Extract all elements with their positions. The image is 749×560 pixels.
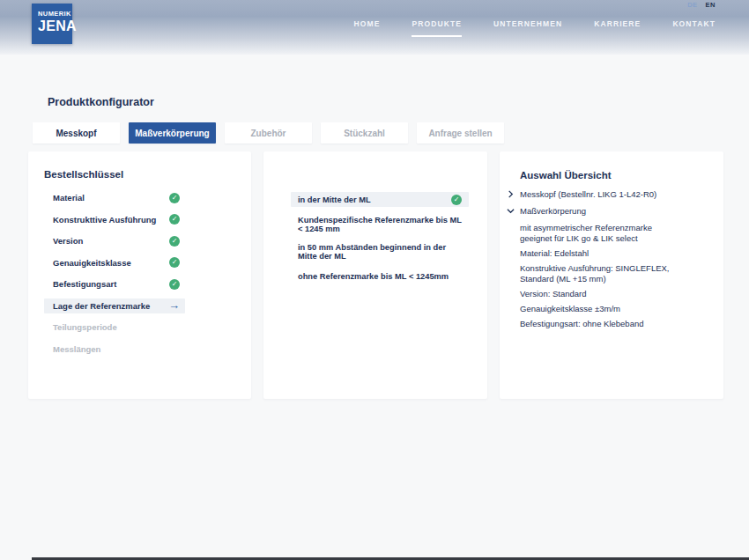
- option-kundenspezifische-referenzmarke[interactable]: Kundenspezifische Referenzmarke bis ML <…: [291, 214, 469, 235]
- tab-massverkoerperung[interactable]: Maßverkörperung: [129, 122, 216, 144]
- nav-item-home[interactable]: HOME: [354, 19, 381, 28]
- check-icon: ✓: [169, 257, 180, 268]
- order-key-item-label: Befestigungsart: [53, 279, 116, 289]
- language-en[interactable]: EN: [706, 1, 716, 9]
- order-key-item-label: Lage der Referenzmarke: [53, 301, 150, 311]
- summary-section-messkopf[interactable]: Messkopf (Bestellnr. LIKG 1-L42-R0): [507, 189, 716, 199]
- option-in-der-mitte-der-ml[interactable]: in der Mitte der ML ✓: [291, 192, 469, 207]
- chevron-down-icon: [507, 207, 515, 215]
- chevron-right-icon: [507, 190, 515, 198]
- option-label: in der Mitte der ML: [298, 195, 371, 204]
- order-key-heading: Bestellschlüssel: [44, 169, 123, 180]
- summary-body: Messkopf (Bestellnr. LIKG 1-L42-R0) Maßv…: [507, 189, 716, 334]
- order-key-panel: Bestellschlüssel Material ✓ Konstrukttiv…: [28, 151, 251, 399]
- order-key-item-label: Version: [53, 236, 83, 246]
- option-label: Kundenspezifische Referenzmarke bis ML <…: [298, 216, 462, 233]
- order-key-item-material[interactable]: Material ✓: [44, 190, 185, 205]
- summary-section-label: Messkopf (Bestellnr. LIKG 1-L42-R0): [520, 189, 656, 199]
- site-header: DE EN HOME PRODUKTE UNTERNEHMEN KARRIERE…: [0, 0, 749, 55]
- order-key-item-teilungsperiode: Teilungsperiode: [44, 320, 185, 335]
- summary-detail-konstruktive-ausfuehrung: Konstruktive Ausführung: SINGLEFLEX, Sta…: [520, 263, 716, 284]
- summary-detail-material: Material: Edelstahl: [520, 248, 716, 259]
- summary-heading: Auswahl Übersicht: [520, 170, 612, 181]
- summary-detail-genauigkeitsklasse: Genauigkeitsklasse ±3m/m: [520, 304, 716, 314]
- options-list: in der Mitte der ML ✓ Kundenspezifische …: [291, 192, 469, 291]
- check-icon: ✓: [169, 236, 180, 247]
- order-key-item-label: Messlängen: [53, 344, 100, 354]
- order-key-item-lage-der-referenzmarke[interactable]: Lage der Referenzmarke →: [44, 298, 185, 313]
- order-key-item-messlaengen: Messlängen: [44, 342, 185, 357]
- check-icon: ✓: [169, 193, 180, 203]
- tab-messkopf[interactable]: Messkopf: [33, 122, 120, 144]
- option-label: in 50 mm Abständen beginnend in der Mitt…: [298, 243, 462, 261]
- summary-detail-referenzmarke: mit asymmetrischer Referenzmarke geeigne…: [520, 223, 716, 244]
- order-key-item-label: Teilungsperiode: [53, 322, 117, 332]
- order-key-item-label: Konstrukttive Ausführung: [53, 215, 156, 225]
- order-key-item-konstruktive-ausfuehrung[interactable]: Konstrukttive Ausführung ✓: [44, 212, 185, 227]
- tab-anfrage-stellen[interactable]: Anfrage stellen: [417, 122, 504, 144]
- check-icon: ✓: [169, 214, 180, 225]
- order-key-item-version[interactable]: Version ✓: [44, 233, 185, 248]
- language-de[interactable]: DE: [687, 1, 697, 9]
- nav-item-kontakt[interactable]: KONTAKT: [672, 19, 716, 28]
- nav-item-karriere[interactable]: KARRIERE: [594, 19, 641, 28]
- order-key-item-label: Material: [53, 193, 85, 203]
- language-switcher: DE EN: [687, 1, 716, 9]
- order-key-item-label: Genauigkeitsklasse: [53, 258, 131, 268]
- summary-section-massverkoerperung[interactable]: Maßverkörperung: [507, 206, 716, 216]
- logo-text-line2: JENA: [38, 18, 72, 34]
- tab-zubehoer[interactable]: Zubehör: [225, 122, 312, 144]
- summary-detail-version: Version: Standard: [520, 289, 716, 299]
- summary-panel: Auswahl Übersicht Messkopf (Bestellnr. L…: [500, 151, 723, 399]
- page-title: Produktkonfigurator: [48, 96, 154, 108]
- check-icon: ✓: [169, 279, 180, 290]
- arrow-right-icon: →: [168, 300, 180, 311]
- order-key-item-genauigkeitsklasse[interactable]: Genauigkeitsklasse ✓: [44, 255, 185, 270]
- tab-stueckzahl[interactable]: Stückzahl: [321, 122, 408, 144]
- order-key-item-befestigungsart[interactable]: Befestigungsart ✓: [44, 276, 185, 291]
- summary-section-label: Maßverkörperung: [520, 206, 586, 216]
- nav-item-unternehmen[interactable]: UNTERNEHMEN: [493, 19, 562, 28]
- option-label: ohne Referenzmarke bis ML < 1245mm: [298, 272, 449, 281]
- option-50mm-abstaende[interactable]: in 50 mm Abständen beginnend in der Mitt…: [291, 241, 469, 262]
- summary-details: mit asymmetrischer Referenzmarke geeigne…: [520, 223, 716, 329]
- nav-item-produkte[interactable]: PRODUKTE: [412, 19, 462, 28]
- company-logo[interactable]: NUMERIK JENA: [32, 4, 72, 44]
- check-icon: ✓: [451, 195, 462, 205]
- order-key-list: Material ✓ Konstrukttive Ausführung ✓ Ve…: [44, 190, 185, 363]
- options-panel: in der Mitte der ML ✓ Kundenspezifische …: [263, 151, 487, 399]
- configurator-tabs: Messkopf Maßverkörperung Zubehör Stückza…: [33, 122, 504, 144]
- option-ohne-referenzmarke[interactable]: ohne Referenzmarke bis ML < 1245mm: [291, 269, 469, 284]
- logo-text-line1: NUMERIK: [38, 10, 72, 18]
- summary-detail-befestigungsart: Befestigungsart: ohne Klebeband: [520, 319, 716, 329]
- main-nav: HOME PRODUKTE UNTERNEHMEN KARRIERE KONTA…: [354, 19, 716, 28]
